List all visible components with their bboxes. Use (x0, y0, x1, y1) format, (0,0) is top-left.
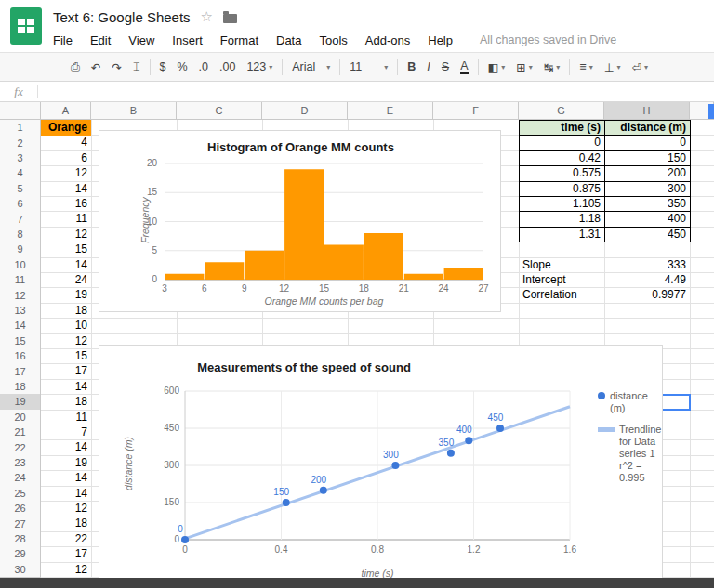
cell-A23[interactable]: 19 (41, 455, 91, 471)
menu-format[interactable]: Format (220, 33, 258, 47)
row-header-4[interactable]: 4 (0, 165, 41, 181)
cell-A22[interactable]: 14 (41, 439, 91, 455)
italic-button[interactable]: I (421, 56, 435, 78)
bold-button[interactable]: B (402, 56, 421, 78)
cell-A16[interactable]: 15 (41, 348, 91, 364)
row-header-2[interactable]: 2 (0, 135, 41, 150)
folder-icon[interactable] (223, 14, 237, 23)
row-header-26[interactable]: 26 (0, 501, 41, 516)
cell-A14[interactable]: 10 (41, 318, 91, 333)
menu-addons[interactable]: Add-ons (365, 33, 410, 47)
print-button[interactable]: ⎙ (65, 56, 86, 78)
cell-A5[interactable]: 14 (41, 181, 91, 197)
cell-A13[interactable]: 18 (41, 303, 91, 319)
cell-A10[interactable]: 14 (41, 257, 91, 273)
text-color-button[interactable]: A (455, 56, 473, 78)
cell-A12[interactable]: 19 (41, 287, 91, 303)
menu-view[interactable]: View (128, 33, 154, 47)
cell-A28[interactable]: 22 (41, 531, 91, 547)
cell-A29[interactable]: 17 (41, 546, 91, 562)
row-header-24[interactable]: 24 (0, 470, 41, 486)
cell-A21[interactable]: 7 (41, 425, 91, 440)
cell-G4[interactable]: 0.575 (519, 165, 604, 180)
column-header-B[interactable]: B (91, 102, 177, 120)
row-header-1[interactable]: 1 (0, 120, 41, 136)
cell-A3[interactable]: 6 (41, 150, 91, 166)
cell-A25[interactable]: 14 (41, 486, 91, 502)
stat-label[interactable]: Intercept (519, 272, 604, 287)
row-header-5[interactable]: 5 (0, 181, 41, 197)
sheets-logo-icon[interactable] (10, 7, 42, 45)
cell-A19[interactable]: 18 (41, 394, 91, 410)
row-header-7[interactable]: 7 (0, 211, 41, 227)
fill-color-button[interactable]: ◧▾ (483, 56, 511, 78)
cell-A1[interactable]: Orange (41, 120, 91, 136)
stat-label[interactable]: Correlation (519, 287, 604, 302)
redo-button[interactable]: ↷ (107, 56, 127, 78)
menu-tools[interactable]: Tools (319, 33, 347, 47)
row-header-14[interactable]: 14 (0, 318, 41, 333)
row-header-22[interactable]: 22 (0, 439, 41, 455)
row-header-11[interactable]: 11 (0, 272, 41, 288)
increase-decimal-button[interactable]: .00 (214, 56, 241, 78)
cell-A20[interactable]: 11 (41, 410, 91, 425)
cell-A15[interactable]: 12 (41, 333, 91, 349)
number-format-button[interactable]: 123▾ (241, 56, 278, 78)
cell-H3[interactable]: 150 (604, 150, 690, 165)
menu-edit[interactable]: Edit (90, 33, 111, 47)
cell-G1[interactable]: time (s) (519, 120, 604, 135)
row-header-16[interactable]: 16 (0, 348, 41, 364)
text-wrap-button[interactable]: ⏎▾ (627, 56, 654, 78)
row-header-25[interactable]: 25 (0, 486, 41, 502)
cell-H8[interactable]: 450 (604, 227, 690, 242)
column-header-E[interactable]: E (348, 102, 433, 120)
undo-button[interactable]: ↶ (86, 56, 106, 78)
row-header-9[interactable]: 9 (0, 242, 41, 257)
cell-A17[interactable]: 17 (41, 363, 91, 379)
cell-H2[interactable]: 0 (604, 135, 690, 150)
format-percent-button[interactable]: % (171, 56, 192, 78)
cell-G6[interactable]: 1.105 (519, 196, 604, 211)
cell-A6[interactable]: 16 (41, 196, 91, 212)
stat-label[interactable]: Slope (519, 257, 604, 272)
row-header-15[interactable]: 15 (0, 333, 41, 349)
cell-H5[interactable]: 300 (604, 181, 690, 196)
stat-value[interactable]: 4.49 (604, 272, 690, 287)
strikethrough-button[interactable]: S (436, 56, 455, 78)
column-header-C[interactable]: C (177, 102, 262, 120)
cell-A11[interactable]: 24 (41, 272, 91, 288)
cell-G2[interactable]: 0 (519, 135, 604, 150)
histogram-chart[interactable]: 05101520369121518212427 Histogram of Ora… (99, 130, 501, 312)
borders-button[interactable]: ⊞▾ (510, 56, 538, 78)
row-header-6[interactable]: 6 (0, 196, 41, 212)
corner-box[interactable] (0, 102, 41, 120)
stat-value[interactable]: 0.9977 (604, 287, 690, 302)
column-header-G[interactable]: G (519, 102, 604, 120)
spreadsheet-grid[interactable]: 05101520369121518212427 Histogram of Ora… (0, 102, 714, 578)
cell-A30[interactable]: 12 (41, 562, 91, 578)
cell-H6[interactable]: 350 (604, 196, 690, 211)
horizontal-align-button[interactable]: ≡▾ (574, 56, 598, 78)
cell-A9[interactable]: 15 (41, 242, 91, 257)
cell-G7[interactable]: 1.18 (519, 211, 604, 226)
cell-A26[interactable]: 12 (41, 501, 91, 516)
scatter-chart[interactable]: 015030045060000.40.81.21.601502003003504… (99, 345, 663, 578)
cell-A4[interactable]: 12 (41, 165, 91, 181)
format-currency-button[interactable]: $ (154, 56, 172, 78)
cell-A24[interactable]: 14 (41, 470, 91, 486)
merge-cells-button[interactable]: ↹▾ (538, 56, 566, 78)
cell-G3[interactable]: 0.42 (519, 150, 604, 165)
vertical-align-button[interactable]: ⊥▾ (599, 56, 627, 78)
column-header-H[interactable]: H (604, 102, 690, 120)
column-header-A[interactable]: A (41, 102, 91, 120)
font-size-button[interactable]: 11▾ (344, 56, 393, 78)
row-header-17[interactable]: 17 (0, 363, 41, 379)
scrollbar-thumb[interactable] (708, 104, 714, 119)
menu-file[interactable]: File (53, 33, 73, 47)
font-family-button[interactable]: Arial▾ (286, 56, 336, 78)
cell-A2[interactable]: 4 (41, 135, 91, 150)
row-header-19[interactable]: 19 (0, 394, 41, 410)
cell-A27[interactable]: 18 (41, 516, 91, 531)
row-header-21[interactable]: 21 (0, 425, 41, 440)
cell-H1[interactable]: distance (m) (604, 120, 690, 135)
